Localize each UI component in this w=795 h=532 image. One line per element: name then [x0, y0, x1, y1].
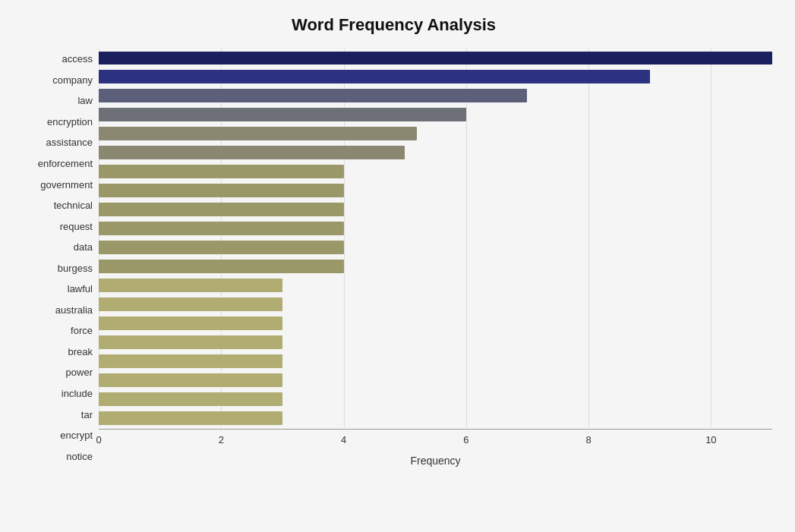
y-label: company: [15, 75, 93, 85]
bar-row: [99, 275, 772, 294]
bar-row: [99, 181, 772, 200]
x-tick: 2: [219, 434, 224, 445]
y-label: tar: [15, 410, 93, 420]
bar-row: [99, 143, 772, 162]
bar: [99, 392, 282, 406]
x-tick: 6: [463, 434, 468, 445]
chart-title: Word Frequency Analysis: [15, 15, 772, 35]
x-axis: 0246810: [99, 429, 772, 452]
bar-row: [99, 313, 772, 332]
bar-row: [99, 389, 772, 408]
bar: [99, 279, 282, 292]
y-label: australia: [15, 305, 93, 315]
bar-row: [99, 87, 772, 105]
y-label: burgess: [15, 263, 93, 273]
bar-row: [99, 294, 772, 313]
x-tick: 4: [341, 434, 346, 445]
bar: [99, 165, 344, 178]
y-label: access: [15, 54, 93, 64]
bars-and-x-area: 0246810 Frequency: [99, 49, 772, 467]
y-label: include: [15, 389, 93, 398]
bar-row: [99, 238, 772, 257]
bar-row: [99, 370, 772, 389]
bar: [99, 108, 466, 121]
x-axis-label: Frequency: [99, 455, 772, 467]
x-tick: 8: [585, 434, 591, 445]
bars-area: [99, 49, 772, 427]
bar-row: [99, 49, 772, 68]
y-label: government: [15, 180, 93, 190]
chart-container: Word Frequency Analysis accesscompanylaw…: [0, 0, 795, 532]
bars-inner: [99, 49, 772, 427]
bar-row: [99, 257, 772, 275]
bar: [99, 297, 282, 311]
y-label: request: [15, 222, 93, 231]
bar-row: [99, 351, 772, 370]
chart-area: accesscompanylawencryptionassistanceenfo…: [15, 49, 772, 467]
y-label: enforcement: [15, 159, 93, 168]
bar-row: [99, 200, 772, 219]
y-label: technical: [15, 200, 93, 210]
y-label: data: [15, 242, 93, 252]
y-label: force: [15, 326, 93, 335]
y-label: lawful: [15, 284, 93, 294]
bar-row: [99, 219, 772, 238]
y-label: law: [15, 96, 93, 105]
bar: [99, 146, 405, 159]
x-tick: 0: [96, 434, 101, 445]
bar: [99, 127, 417, 140]
bar: [99, 354, 282, 368]
bar-row: [99, 332, 772, 351]
bar-row: [99, 408, 772, 427]
bar: [99, 203, 344, 216]
bar-row: [99, 105, 772, 124]
y-label: notice: [15, 452, 93, 461]
x-tick: 10: [705, 434, 716, 445]
y-axis-labels: accesscompanylawencryptionassistanceenfo…: [15, 49, 99, 467]
bar: [99, 222, 344, 235]
bar-row: [99, 68, 772, 87]
y-label: assistance: [15, 137, 93, 147]
bar-row: [99, 124, 772, 143]
bar: [99, 70, 650, 83]
bar: [99, 373, 282, 387]
bar: [99, 89, 527, 102]
bar: [99, 184, 344, 197]
y-label: break: [15, 347, 93, 357]
bar: [99, 335, 282, 349]
y-label: power: [15, 367, 93, 377]
bar: [99, 316, 282, 330]
y-label: encrypt: [15, 430, 93, 440]
bar: [99, 52, 772, 65]
bar: [99, 411, 282, 425]
bar: [99, 260, 344, 273]
y-label: encryption: [15, 117, 93, 127]
bar: [99, 241, 344, 254]
bar-row: [99, 162, 772, 181]
